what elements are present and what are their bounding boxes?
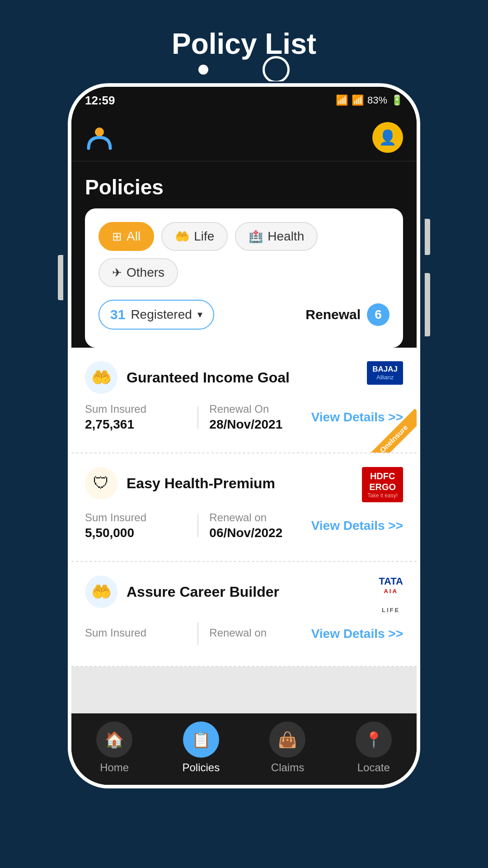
renewal-count: 6 [367, 303, 389, 326]
detail-divider-3 [197, 623, 198, 645]
policy-details-2: Sum Insured 5,50,000 Renewal on 06/Nov/2… [85, 511, 403, 540]
filter-card: ⊞ All 🤲 Life 🏥 Health ✈ [85, 208, 403, 348]
policy-item-3: 🤲 Assure Career Builder TATA AIALIFE Sum… [71, 562, 417, 667]
policy-name-3: Assure Career Builder [127, 584, 279, 600]
detail-divider-2 [197, 514, 198, 537]
detail-divider-1 [197, 406, 198, 429]
side-button-left [58, 255, 63, 300]
logo-svg [85, 123, 114, 152]
bajaj-logo: BAJAJAllianz [367, 361, 403, 385]
app-header: 👤 [71, 114, 417, 161]
phone-wrapper: 12:59 📶 📶 83% 🔋 👤 P [68, 83, 420, 788]
view-details-btn-2[interactable]: View Details >> [311, 519, 403, 533]
battery-icon: 🔋 [391, 94, 403, 106]
avatar-icon: 👤 [379, 129, 397, 146]
registered-count: 31 [110, 307, 125, 322]
status-bar: 12:59 📶 📶 83% 🔋 [71, 87, 417, 114]
camera-dot-center [263, 56, 290, 83]
page-title: Policy List [0, 27, 488, 61]
nav-claims[interactable]: 👜 Claims [269, 722, 305, 774]
policy-name-2: Easy Health-Premium [127, 475, 275, 492]
locate-icon: 📍 [364, 731, 383, 749]
policy-item-1-left: 🤲 Guranteed Income Goal [85, 361, 290, 394]
health-icon: 🏥 [249, 230, 263, 244]
sub-filter-row: 31 Registered ▾ Renewal 6 [99, 300, 389, 330]
tab-others[interactable]: ✈ Others [99, 258, 178, 287]
signal-icon: 📶 [352, 94, 364, 106]
all-icon: ⊞ [112, 230, 122, 244]
tab-all-label: All [127, 229, 141, 244]
phone-frame: 12:59 📶 📶 83% 🔋 👤 P [68, 83, 420, 788]
policies-section: Policies ⊞ All 🤲 Life [71, 161, 417, 348]
renewal-on-label-1: Renewal On [209, 403, 311, 415]
nav-policies[interactable]: 📋 Policies [182, 722, 220, 774]
nav-locate-label: Locate [357, 761, 390, 774]
hdfc-logo: HDFCERGOTake it easy! [362, 467, 403, 502]
policy-item-2: 🛡 Easy Health-Premium HDFCERGOTake it ea… [71, 453, 417, 562]
side-button-right-top [425, 219, 430, 255]
sum-insured-label-2: Sum Insured [85, 511, 187, 524]
tab-life[interactable]: 🤲 Life [161, 222, 228, 251]
detail-col-sum-2: Sum Insured 5,50,000 [85, 511, 187, 540]
view-details-btn-3[interactable]: View Details >> [311, 627, 403, 641]
registered-label: Registered [131, 307, 192, 322]
nav-locate[interactable]: 📍 Locate [356, 722, 392, 774]
bottom-nav: 🏠 Home 📋 Policies 👜 Claims 📍 [71, 713, 417, 785]
claims-icon: 👜 [278, 731, 297, 749]
sum-insured-label-3: Sum Insured [85, 627, 187, 639]
tab-health[interactable]: 🏥 Health [235, 222, 318, 251]
tab-all[interactable]: ⊞ All [99, 222, 154, 251]
sum-insured-value-2: 5,50,000 [85, 526, 187, 540]
policy-item-1: 🤲 Guranteed Income Goal BAJAJAllianz Sum… [71, 348, 417, 453]
claims-icon-circle: 👜 [269, 722, 305, 758]
camera-dot-left [198, 65, 208, 75]
policy-icon-1: 🤲 [85, 361, 117, 394]
policy-item-1-header: 🤲 Guranteed Income Goal BAJAJAllianz [85, 361, 403, 394]
renewal-on-value-1: 28/Nov/2021 [209, 417, 311, 432]
renewal-on-label-2: Renewal on [209, 511, 311, 524]
detail-col-sum-1: Sum Insured 2,75,361 [85, 403, 187, 432]
detail-col-sum-3: Sum Insured [85, 627, 187, 641]
side-button-right-bottom [425, 273, 430, 336]
policy-item-2-left: 🛡 Easy Health-Premium [85, 467, 275, 500]
status-time: 12:59 [85, 94, 115, 108]
renewal-label: Renewal [305, 307, 361, 322]
phone-content: Policies ⊞ All 🤲 Life [71, 161, 417, 739]
avatar-button[interactable]: 👤 [372, 122, 403, 153]
life-icon: 🤲 [175, 230, 189, 244]
chevron-down-icon: ▾ [197, 309, 202, 321]
policy-list-area: 🤲 Guranteed Income Goal BAJAJAllianz Sum… [71, 348, 417, 739]
policies-icon: 📋 [192, 731, 211, 749]
sum-insured-value-1: 2,75,361 [85, 417, 187, 432]
detail-col-renewal-3: Renewal on [209, 627, 311, 641]
home-icon-circle: 🏠 [96, 722, 132, 758]
view-details-btn-1[interactable]: View Details >> [311, 410, 403, 425]
registered-dropdown[interactable]: 31 Registered ▾ [99, 300, 214, 330]
battery-text: 83% [367, 94, 387, 106]
tab-health-label: Health [267, 229, 304, 244]
app-logo [85, 123, 114, 152]
nav-policies-label: Policies [182, 761, 220, 774]
nav-home[interactable]: 🏠 Home [96, 722, 132, 774]
policy-item-3-header: 🤲 Assure Career Builder TATA AIALIFE [85, 576, 403, 613]
sum-insured-label-1: Sum Insured [85, 403, 187, 415]
others-icon: ✈ [112, 266, 122, 280]
policy-name-1: Guranteed Income Goal [127, 369, 290, 386]
nav-claims-label: Claims [271, 761, 304, 774]
policy-item-2-header: 🛡 Easy Health-Premium HDFCERGOTake it ea… [85, 467, 403, 502]
filter-tabs: ⊞ All 🤲 Life 🏥 Health ✈ [99, 222, 389, 287]
policy-icon-2: 🛡 [85, 467, 117, 500]
policy-details-1: Sum Insured 2,75,361 Renewal On 28/Nov/2… [85, 403, 403, 432]
locate-icon-circle: 📍 [356, 722, 392, 758]
detail-col-renewal-2: Renewal on 06/Nov/2022 [209, 511, 311, 540]
policy-details-3: Sum Insured Renewal on View Details >> [85, 623, 403, 645]
renewal-on-label-3: Renewal on [209, 627, 311, 639]
tab-others-label: Others [127, 265, 164, 280]
wifi-icon: 📶 [336, 94, 348, 106]
nav-home-label: Home [100, 761, 129, 774]
status-icons: 📶 📶 83% 🔋 [336, 94, 403, 106]
renewal-on-value-2: 06/Nov/2022 [209, 526, 311, 540]
policy-icon-3: 🤲 [85, 576, 117, 608]
camera-area [68, 56, 420, 83]
home-icon: 🏠 [105, 731, 124, 749]
